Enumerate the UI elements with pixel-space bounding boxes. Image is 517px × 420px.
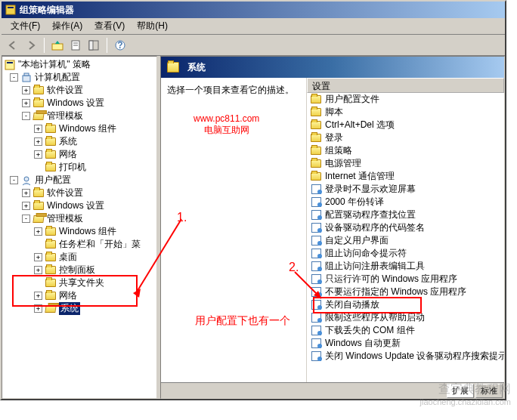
list-item-label: 限制这些程序从帮助启动 bbox=[325, 311, 425, 324]
list-item[interactable]: Windows 自动更新 bbox=[307, 337, 504, 350]
menu-view[interactable]: 查看(V) bbox=[88, 18, 131, 34]
menu-help[interactable]: 帮助(H) bbox=[131, 18, 174, 34]
expander[interactable]: + bbox=[22, 99, 30, 107]
right-header: 系统 bbox=[161, 57, 504, 78]
expander[interactable]: + bbox=[34, 125, 42, 133]
tree-item[interactable]: 打印机 bbox=[59, 161, 86, 174]
expander[interactable]: + bbox=[34, 292, 42, 300]
description-column: 选择一个项目来查看它的描述。 bbox=[161, 78, 306, 382]
expander[interactable]: - bbox=[22, 215, 30, 223]
folder-icon bbox=[33, 201, 45, 212]
folder-icon bbox=[33, 188, 45, 199]
tree-root[interactable]: "本地计算机" 策略 bbox=[18, 58, 91, 71]
list-item[interactable]: 下载丢失的 COM 组件 bbox=[307, 324, 504, 337]
list-column: 设置 用户配置文件脚本Ctrl+Alt+Del 选项登录组策略电源管理Inter… bbox=[306, 78, 504, 382]
folder-icon bbox=[310, 94, 322, 105]
tree-item[interactable]: 软件设置 bbox=[47, 84, 83, 97]
list-item-label: 组策略 bbox=[325, 144, 352, 157]
expander[interactable]: - bbox=[10, 176, 18, 184]
tree-item[interactable]: 网络 bbox=[59, 148, 77, 161]
tree-computer-config[interactable]: 计算机配置 bbox=[35, 71, 80, 84]
list-item[interactable]: 登录时不显示欢迎屏幕 bbox=[307, 183, 504, 196]
folder-icon bbox=[45, 291, 57, 301]
list-item[interactable]: 设备驱动程序的代码签名 bbox=[307, 221, 504, 234]
folder-icon bbox=[45, 227, 57, 237]
list-item[interactable]: Internet 通信管理 bbox=[307, 170, 504, 183]
tree-item[interactable]: Windows 组件 bbox=[59, 225, 116, 238]
forward-button bbox=[23, 37, 39, 54]
tree-item[interactable]: 软件设置 bbox=[47, 187, 83, 199]
help-button[interactable]: ? bbox=[112, 37, 128, 54]
list-item-label: 关闭自动播放 bbox=[325, 298, 379, 311]
tree-item[interactable]: Windows 组件 bbox=[59, 122, 116, 135]
tree-pane[interactable]: "本地计算机" 策略 -计算机配置 +软件设置 +Windows 设置 -管理模… bbox=[2, 56, 157, 399]
expander[interactable]: - bbox=[22, 112, 30, 120]
list-item[interactable]: 脚本 bbox=[307, 106, 504, 119]
column-header-settings[interactable]: 设置 bbox=[307, 78, 504, 93]
expander[interactable]: + bbox=[34, 227, 42, 236]
list-item[interactable]: 只运行许可的 Windows 应用程序 bbox=[307, 273, 504, 286]
list-item[interactable]: 电源管理 bbox=[307, 157, 504, 170]
list-item[interactable]: 阻止访问注册表编辑工具 bbox=[307, 260, 504, 273]
setting-icon bbox=[310, 326, 322, 336]
folder-icon bbox=[33, 111, 45, 122]
folder-icon bbox=[45, 265, 57, 276]
tree-item[interactable]: 网络 bbox=[59, 289, 77, 302]
tree-item[interactable]: 管理模板 bbox=[47, 110, 83, 122]
expander[interactable]: + bbox=[22, 189, 30, 197]
list-item-label: Windows 自动更新 bbox=[325, 337, 401, 350]
folder-icon bbox=[310, 120, 322, 131]
tab-standard[interactable]: 标准 bbox=[475, 384, 503, 398]
list-item[interactable]: 限制这些程序从帮助启动 bbox=[307, 311, 504, 324]
expander[interactable]: + bbox=[34, 137, 42, 146]
setting-icon bbox=[310, 351, 322, 362]
list-item[interactable]: 阻止访问命令提示符 bbox=[307, 247, 504, 260]
tree-item[interactable]: 管理模板 bbox=[47, 212, 83, 225]
list-item-label: 下载丢失的 COM 组件 bbox=[325, 324, 415, 337]
tree-item-system-selected[interactable]: 系统 bbox=[59, 302, 80, 315]
list-item[interactable]: 组策略 bbox=[307, 144, 504, 157]
list-item[interactable]: 2000 年份转译 bbox=[307, 196, 504, 208]
tree-item[interactable]: 共享文件夹 bbox=[59, 276, 104, 289]
up-button[interactable] bbox=[49, 37, 66, 54]
folder-icon bbox=[45, 252, 57, 263]
back-button bbox=[5, 37, 21, 54]
list-item[interactable]: 配置驱动程序查找位置 bbox=[307, 208, 504, 221]
expander[interactable]: + bbox=[34, 266, 42, 274]
tree-item[interactable]: Windows 设置 bbox=[47, 97, 104, 110]
expander[interactable]: + bbox=[34, 253, 42, 261]
setting-icon bbox=[310, 210, 322, 221]
svg-rect-11 bbox=[7, 62, 13, 63]
list-item[interactable]: 自定义用户界面 bbox=[307, 234, 504, 247]
list-item[interactable]: Ctrl+Alt+Del 选项 bbox=[307, 119, 504, 131]
svg-rect-0 bbox=[6, 5, 15, 14]
tree-item[interactable]: 系统 bbox=[59, 135, 77, 148]
menu-action[interactable]: 操作(A) bbox=[46, 18, 88, 34]
tree-item[interactable]: 控制面板 bbox=[59, 264, 95, 276]
list-item[interactable]: 关闭自动播放 bbox=[307, 298, 504, 311]
policy-icon bbox=[4, 60, 16, 70]
list-item[interactable]: 登录 bbox=[307, 131, 504, 144]
tree-item[interactable]: 任务栏和「开始」菜 bbox=[59, 238, 141, 251]
expander[interactable]: + bbox=[34, 304, 42, 313]
list-item[interactable]: 用户配置文件 bbox=[307, 93, 504, 106]
tree-item[interactable]: Windows 设置 bbox=[47, 199, 104, 212]
properties-button[interactable] bbox=[67, 37, 84, 54]
list-item[interactable]: 不要运行指定的 Windows 应用程序 bbox=[307, 286, 504, 298]
tree-user-config[interactable]: 用户配置 bbox=[35, 174, 71, 187]
list-item-label: 2000 年份转译 bbox=[325, 196, 384, 208]
config-icon bbox=[20, 175, 33, 186]
folder-icon bbox=[310, 159, 322, 169]
tree-item[interactable]: 桌面 bbox=[59, 251, 77, 264]
expander[interactable]: + bbox=[34, 150, 42, 159]
folder-icon bbox=[45, 124, 57, 134]
folder-icon bbox=[33, 214, 45, 224]
menu-file[interactable]: 文件(F) bbox=[5, 18, 46, 34]
list-item[interactable]: 关闭 Windows Update 设备驱动程序搜索提示 bbox=[307, 350, 504, 363]
expander[interactable]: + bbox=[22, 202, 30, 210]
tab-extended[interactable]: 扩展 bbox=[447, 384, 474, 398]
expander[interactable]: - bbox=[10, 73, 18, 82]
expander[interactable]: + bbox=[22, 86, 30, 94]
folder-icon bbox=[45, 304, 57, 314]
show-hide-button[interactable] bbox=[85, 37, 102, 54]
